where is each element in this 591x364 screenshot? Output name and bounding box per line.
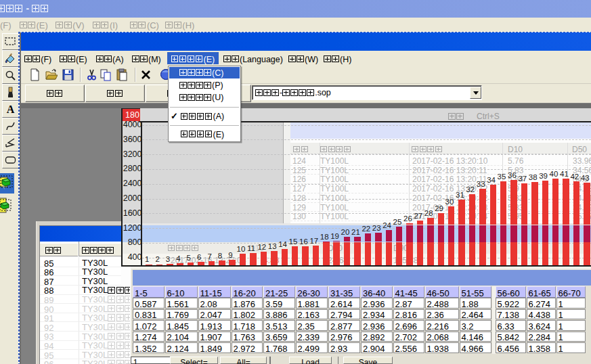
svg-text:A: A	[7, 104, 15, 115]
